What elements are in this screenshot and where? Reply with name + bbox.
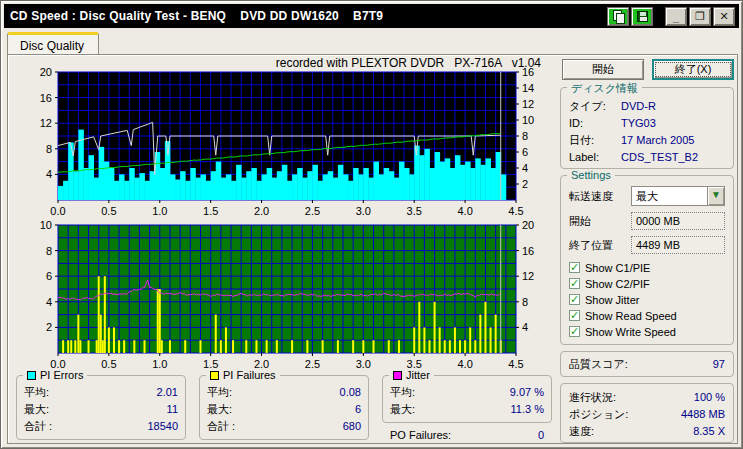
disc-info-value: 17 March 2005: [621, 132, 694, 149]
svg-text:0.5: 0.5: [101, 205, 116, 217]
svg-text:16: 16: [40, 92, 52, 104]
show-option-checkbox[interactable]: ✓Show Read Speed: [569, 308, 725, 323]
po-failures-label: PO Failures:: [390, 429, 451, 441]
svg-text:0.0: 0.0: [50, 205, 65, 217]
svg-text:10: 10: [40, 221, 52, 231]
legend-box-jitter: Jitter平均:9.07 %最大:11.3 %: [382, 375, 552, 423]
legend-stat-label: 最大:: [207, 401, 232, 418]
legend-stat-value: 18540: [147, 418, 178, 435]
svg-text:3.0: 3.0: [356, 358, 371, 370]
disc-info-value: CDS_TEST_B2: [621, 149, 698, 166]
svg-text:2.5: 2.5: [305, 358, 320, 370]
kv-row: 合計 :680: [207, 418, 361, 435]
svg-text:1.0: 1.0: [152, 205, 167, 217]
legend-stat-label: 合計 :: [24, 418, 52, 435]
legend-swatch-icon: [210, 371, 219, 380]
legend-stat-label: 平均:: [207, 384, 232, 401]
progress-label: 進行状況:: [569, 389, 616, 406]
title-bar: CD Speed : Disc Quality Test - BENQ DVD …: [4, 4, 739, 28]
svg-text:2.0: 2.0: [254, 205, 269, 217]
pi-failures-chart: 108642201612840.00.51.01.52.02.53.03.54.…: [8, 221, 560, 373]
legend-stat-value: 680: [343, 418, 361, 435]
quality-score-box: 品質スコア: 97: [560, 351, 734, 377]
settings-group: Settings 転送速度 最大 ▼ 開始 0000 MB 終了位置 4489 …: [560, 175, 734, 345]
start-button[interactable]: 開始: [562, 59, 644, 80]
legend-stat-value: 11.3 %: [511, 401, 544, 418]
disc-info-title: ディスク情報: [567, 81, 642, 96]
save-button[interactable]: [631, 7, 653, 26]
minimize-icon: _: [673, 12, 679, 23]
show-option-checkbox[interactable]: ✓Show C1/PIE: [569, 260, 725, 275]
legend-row: PI Errors平均:2.01最大:11合計 :18540PI Failure…: [16, 375, 556, 441]
kv-row: タイプ:DVD-R: [569, 98, 725, 115]
minimize-button[interactable]: _: [665, 7, 687, 26]
pi-errors-chart: 201612841614121086420.00.51.01.52.02.53.…: [8, 68, 560, 220]
svg-text:4: 4: [46, 168, 52, 180]
transfer-speed-select[interactable]: 最大 ▼: [631, 186, 725, 206]
legend-column: Jitter平均:9.07 %最大:11.3 %PO Failures:0: [382, 375, 552, 441]
legend-stat-value: 6: [355, 401, 361, 418]
end-position-field[interactable]: 4489 MB: [631, 236, 725, 254]
disc-info-label: Label:: [569, 149, 621, 166]
svg-text:12: 12: [522, 270, 534, 282]
tab-strip: Disc Quality: [7, 32, 99, 55]
svg-text:6: 6: [522, 146, 528, 158]
kv-row: 合計 :18540: [24, 418, 178, 435]
close-button[interactable]: ✕: [713, 7, 735, 26]
tab-disc-quality[interactable]: Disc Quality: [7, 32, 99, 56]
progress-label: 速度:: [569, 423, 594, 440]
kv-row: ID:TYG03: [569, 115, 725, 132]
start-position-field[interactable]: 0000 MB: [631, 212, 725, 230]
legend-stat-label: 平均:: [24, 384, 49, 401]
chevron-down-icon[interactable]: ▼: [707, 187, 724, 205]
legend-swatch-icon: [27, 371, 36, 380]
transfer-speed-value: 最大: [632, 189, 707, 204]
disc-info-value: DVD-R: [621, 98, 656, 115]
checkbox-check-icon: ✓: [569, 278, 580, 289]
svg-text:4: 4: [522, 162, 528, 174]
svg-text:1.0: 1.0: [152, 358, 167, 370]
show-option-checkbox[interactable]: ✓Show Write Speed: [569, 324, 725, 339]
legend-stat-label: 最大:: [390, 401, 415, 418]
svg-text:0.5: 0.5: [101, 358, 116, 370]
save-icon: [637, 11, 648, 22]
legend-stat-value: 2.01: [157, 384, 178, 401]
checkbox-label: Show C2/PIF: [585, 278, 650, 290]
legend-title: Jitter: [389, 369, 434, 381]
kv-row: 進行状況:100 %: [569, 389, 725, 406]
checkbox-check-icon: ✓: [569, 326, 580, 337]
show-option-checkbox[interactable]: ✓Show C2/PIF: [569, 276, 725, 291]
svg-text:4: 4: [46, 296, 52, 308]
show-option-checkbox[interactable]: ✓Show Jitter: [569, 292, 725, 307]
svg-text:20: 20: [40, 68, 52, 78]
window-title: CD Speed : Disc Quality Test - BENQ DVD …: [10, 9, 605, 23]
legend-stat-label: 平均:: [390, 384, 415, 401]
close-icon: ✕: [719, 11, 728, 22]
po-failures-row: PO Failures:0: [382, 423, 552, 441]
quality-score-label: 品質スコア:: [569, 357, 628, 371]
legend-swatch-icon: [393, 371, 402, 380]
disc-info-value: TYG03: [621, 115, 656, 132]
disc-info-group: ディスク情報 タイプ:DVD-RID:TYG03日付:17 March 2005…: [560, 87, 734, 169]
checkbox-label: Show Jitter: [585, 294, 639, 306]
progress-value: 100 %: [694, 389, 725, 406]
exit-button[interactable]: 終了(X): [652, 59, 734, 80]
checkbox-check-icon: ✓: [569, 310, 580, 321]
svg-text:4.5: 4.5: [508, 205, 523, 217]
checkbox-label: Show Read Speed: [585, 310, 677, 322]
disc-info-label: ID:: [569, 115, 621, 132]
svg-text:2: 2: [522, 178, 528, 190]
legend-title-text: Jitter: [406, 369, 430, 381]
svg-text:1.5: 1.5: [203, 205, 218, 217]
svg-text:4.0: 4.0: [457, 358, 472, 370]
svg-text:20: 20: [522, 221, 534, 231]
legend-column: PI Failures平均:0.08最大:6合計 :680: [199, 375, 369, 441]
side-panel: 開始 終了(X) ディスク情報 タイプ:DVD-RID:TYG03日付:17 M…: [560, 55, 736, 443]
svg-text:4.5: 4.5: [508, 358, 523, 370]
copy-to-clipboard-button[interactable]: [607, 7, 629, 26]
po-failures-value: 0: [538, 429, 544, 441]
legend-stat-label: 合計 :: [207, 418, 235, 435]
maximize-button[interactable]: ❐: [689, 7, 711, 26]
transfer-speed-label: 転送速度: [569, 189, 631, 204]
disc-quality-page: recorded with PLEXTOR DVDR PX-716A v1.04…: [7, 54, 738, 444]
